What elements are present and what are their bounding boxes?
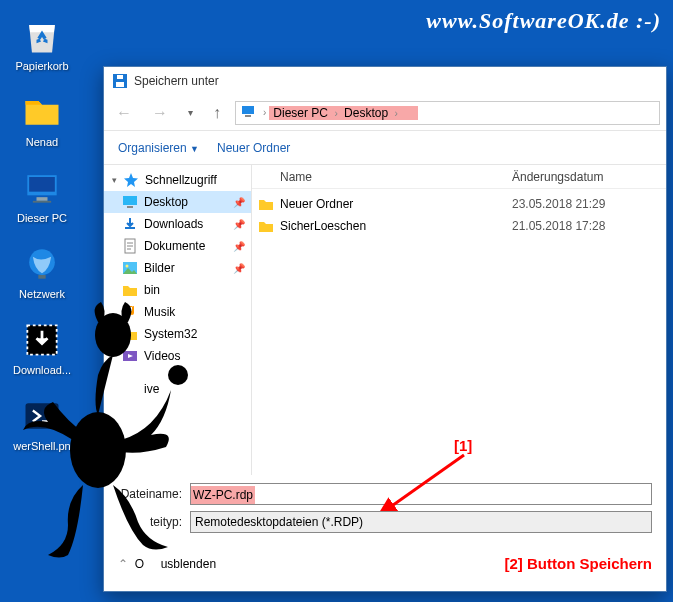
tree-item-desktop[interactable]: Desktop📌 bbox=[104, 191, 251, 213]
nav-up-button[interactable]: ↑ bbox=[207, 102, 227, 124]
filetype-label: teityp: bbox=[118, 515, 190, 529]
form-area: Dateiname: WZ-PC.rdp teityp: Remotedeskt… bbox=[104, 475, 666, 545]
desktop-icon-this-pc[interactable]: Dieser PC bbox=[2, 166, 82, 224]
breadcrumb-item[interactable]: Dieser PC › Desktop › bbox=[269, 106, 418, 120]
desktop-icon-label: Nenad bbox=[26, 136, 58, 148]
nav-back-button[interactable]: ← bbox=[110, 102, 138, 124]
file-list-area: Name Änderungsdatum Neuer Ordner 23.05.2… bbox=[252, 165, 666, 475]
filetype-combo[interactable]: Remotedesktopdateien (*.RDP) bbox=[190, 511, 652, 533]
tree-item-pictures[interactable]: Bilder📌 bbox=[104, 257, 251, 279]
desktop-icon-network[interactable]: Netzwerk bbox=[2, 242, 82, 300]
dialog-toolbar: Organisieren ▼ Neuer Ordner bbox=[104, 131, 666, 165]
document-icon bbox=[122, 238, 138, 254]
svg-rect-11 bbox=[242, 106, 254, 114]
folder-icon bbox=[20, 90, 64, 134]
column-date[interactable]: Änderungsdatum bbox=[512, 170, 666, 184]
star-icon bbox=[123, 172, 139, 188]
hide-folders-toggle[interactable]: ⌃ O usblenden bbox=[118, 557, 216, 571]
svg-rect-10 bbox=[117, 75, 123, 79]
desktop-icon-label: Netzwerk bbox=[19, 288, 65, 300]
tree-item-documents[interactable]: Dokumente📌 bbox=[104, 235, 251, 257]
list-item[interactable]: Neuer Ordner 23.05.2018 21:29 bbox=[252, 193, 666, 215]
folder-icon bbox=[252, 196, 280, 212]
save-as-dialog: Speichern unter ← → ▾ ↑ › Dieser PC › De… bbox=[103, 66, 667, 592]
desktop-icon-label: Dieser PC bbox=[17, 212, 67, 224]
chevron-down-icon: ▼ bbox=[190, 144, 199, 154]
chevron-down-icon: ▾ bbox=[112, 175, 117, 185]
save-icon bbox=[112, 73, 128, 89]
nav-forward-button[interactable]: → bbox=[146, 102, 174, 124]
tree-item-drive[interactable]: ive bbox=[104, 379, 251, 399]
svg-rect-5 bbox=[38, 275, 45, 279]
desktop-icons: Papierkorb Nenad Dieser PC Netzwerk Down… bbox=[2, 14, 82, 470]
new-folder-button[interactable]: Neuer Ordner bbox=[217, 141, 290, 155]
bottom-bar: ⌃ O usblenden [2] Button Speichern bbox=[104, 545, 666, 582]
desktop-icon-powershell[interactable]: werShell.pn bbox=[2, 394, 82, 452]
svg-rect-1 bbox=[29, 177, 55, 192]
tree-item-downloads[interactable]: Downloads📌 bbox=[104, 213, 251, 235]
computer-icon bbox=[20, 166, 64, 210]
tree-item-videos[interactable]: Videos bbox=[104, 345, 251, 367]
annotation-1: [1] bbox=[454, 437, 472, 454]
svg-rect-14 bbox=[127, 206, 133, 208]
folder-icon bbox=[252, 218, 280, 234]
tree-item-system32[interactable]: System32 bbox=[104, 323, 251, 345]
chevron-up-icon: ⌃ bbox=[118, 557, 128, 571]
pin-icon: 📌 bbox=[233, 219, 245, 230]
powershell-icon bbox=[20, 394, 64, 438]
desktop-icon bbox=[122, 194, 138, 210]
video-icon bbox=[122, 348, 138, 364]
folder-icon bbox=[122, 326, 138, 342]
svg-point-17 bbox=[126, 265, 129, 268]
svg-rect-12 bbox=[245, 115, 251, 117]
pin-icon: 📌 bbox=[233, 263, 245, 274]
tree-item-bin[interactable]: bin bbox=[104, 279, 251, 301]
desktop-icon-label: Download... bbox=[13, 364, 71, 376]
organize-menu[interactable]: Organisieren ▼ bbox=[118, 141, 199, 155]
download-icon bbox=[122, 216, 138, 232]
network-icon bbox=[20, 242, 64, 286]
desktop-icon-label: Papierkorb bbox=[15, 60, 68, 72]
download-icon bbox=[20, 318, 64, 362]
column-headers: Name Änderungsdatum bbox=[252, 165, 666, 189]
filename-input[interactable]: WZ-PC.rdp bbox=[190, 483, 652, 505]
annotation-2: [2] Button Speichern bbox=[504, 555, 652, 572]
dialog-titlebar: Speichern unter bbox=[104, 67, 666, 95]
chevron-right-icon: › bbox=[260, 107, 269, 118]
pin-icon: 📌 bbox=[233, 197, 245, 208]
svg-rect-9 bbox=[116, 82, 124, 87]
svg-rect-13 bbox=[123, 196, 137, 205]
desktop-icon-recycle-bin[interactable]: Papierkorb bbox=[2, 14, 82, 72]
filename-label: Dateiname: bbox=[118, 487, 190, 501]
navigation-tree: ▾ Schnellzugriff Desktop📌 Downloads📌 Dok… bbox=[104, 165, 252, 475]
dialog-title: Speichern unter bbox=[134, 74, 219, 88]
tree-item-music[interactable]: Musik bbox=[104, 301, 251, 323]
picture-icon bbox=[122, 260, 138, 276]
music-icon bbox=[122, 304, 138, 320]
computer-icon bbox=[236, 103, 260, 123]
desktop-icon-label: werShell.pn bbox=[13, 440, 70, 452]
watermark-text: www.SoftwareOK.de :-) bbox=[426, 8, 661, 34]
svg-rect-2 bbox=[37, 197, 48, 201]
list-item[interactable]: SicherLoeschen 21.05.2018 17:28 bbox=[252, 215, 666, 237]
svg-rect-3 bbox=[33, 201, 51, 203]
column-name[interactable]: Name bbox=[252, 170, 512, 184]
folder-icon bbox=[122, 282, 138, 298]
desktop-icon-user-folder[interactable]: Nenad bbox=[2, 90, 82, 148]
pin-icon: 📌 bbox=[233, 241, 245, 252]
recycle-bin-icon bbox=[20, 14, 64, 58]
breadcrumb[interactable]: › Dieser PC › Desktop › bbox=[235, 101, 660, 125]
nav-recent-dropdown[interactable]: ▾ bbox=[182, 105, 199, 120]
desktop-icon-download[interactable]: Download... bbox=[2, 318, 82, 376]
tree-root-quick-access[interactable]: ▾ Schnellzugriff bbox=[104, 169, 251, 191]
navigation-bar: ← → ▾ ↑ › Dieser PC › Desktop › bbox=[104, 95, 666, 131]
